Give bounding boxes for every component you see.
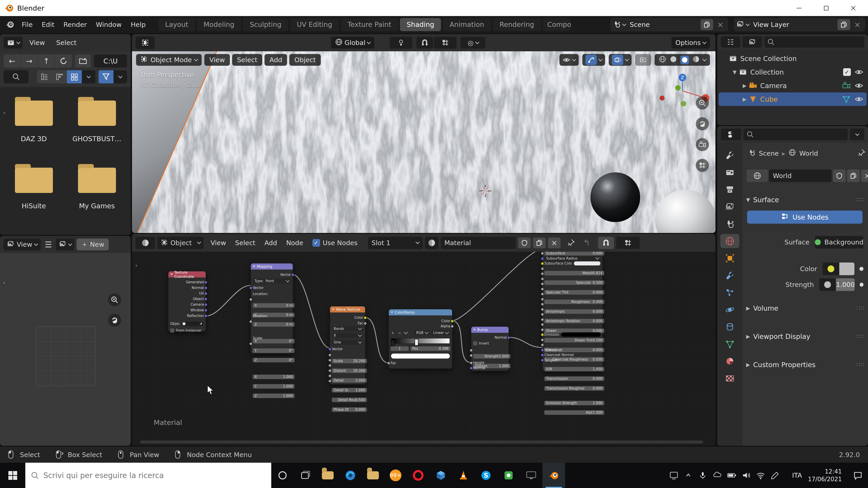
output-normal[interactable]: Normal: [473, 335, 507, 340]
ramp-active-color-swatch[interactable]: [391, 354, 450, 359]
color-swatch-field[interactable]: [839, 263, 855, 275]
tab-layout[interactable]: Layout: [158, 18, 195, 31]
principled-subsurface-colo[interactable]: Subsurface Colo: [544, 261, 600, 266]
output-color[interactable]: Color: [391, 319, 450, 323]
use-nodes-checkbox[interactable]: ✓ Use Nodes: [312, 239, 358, 247]
world-unlink-button[interactable]: ×: [861, 169, 868, 182]
pan-gizmo[interactable]: [696, 117, 709, 130]
taskbar-app-badge[interactable]: 99+: [384, 463, 407, 488]
tab-rendering[interactable]: Rendering: [493, 18, 541, 31]
taskbar-search-input[interactable]: [43, 471, 266, 480]
file-list-item[interactable]: DAZ 3D: [2, 96, 65, 143]
start-button[interactable]: [0, 463, 25, 488]
breadcrumb-scene[interactable]: Scene: [759, 150, 779, 157]
properties-search-field[interactable]: [743, 129, 848, 140]
collection-checkbox[interactable]: ✓: [843, 68, 851, 76]
viewport-menu-add[interactable]: Add: [265, 54, 287, 66]
node-snap-toggle[interactable]: [598, 237, 614, 249]
socket-in-vector[interactable]: [328, 348, 332, 351]
properties-tab-output[interactable]: [720, 183, 739, 197]
socket-l[interactable]: [541, 353, 544, 357]
socket-out-reflection[interactable]: [204, 314, 208, 318]
tab-uv-editing[interactable]: UV Editing: [290, 18, 339, 31]
properties-filter-dropdown[interactable]: [850, 129, 864, 140]
zoom-gizmo[interactable]: [696, 96, 709, 109]
view-layer-selector[interactable]: View Layer ×: [734, 18, 865, 31]
socket-l[interactable]: [541, 323, 544, 326]
color-keyframe-dot[interactable]: [860, 267, 864, 271]
node-snap-dropdown[interactable]: [616, 237, 640, 249]
principled-anisotropic[interactable]: Anisotropic0.000: [544, 309, 604, 314]
panel-custom-properties[interactable]: ▶Custom Properties∷∷: [746, 359, 864, 370]
param-detail-sc[interactable]: Detail Sc1.000: [332, 388, 367, 392]
horizontal-scrollbar[interactable]: [140, 441, 703, 444]
socket-l[interactable]: [328, 364, 332, 367]
socket-out-fac[interactable]: [364, 322, 367, 325]
nav-forward-button[interactable]: →: [21, 55, 37, 68]
add-stop-button[interactable]: ＋: [391, 330, 395, 335]
tab-animation[interactable]: Animation: [443, 18, 491, 31]
properties-tab-texture[interactable]: [720, 371, 739, 385]
panel-viewport-display[interactable]: ▶Viewport Display∷∷: [746, 330, 864, 342]
node-principled-bsdf[interactable]: Subsurface0.000Subsurface RadiusSubsurfa…: [542, 252, 602, 371]
viewport-canvas[interactable]: Object Mode ViewSelectAddObject User Per…: [132, 51, 715, 233]
output-normal[interactable]: Normal: [170, 286, 204, 290]
node-header[interactable]: ColorRamp: [389, 309, 452, 315]
socket-in-location[interactable]: [249, 298, 252, 301]
file-browser-expand-arrow[interactable]: ›: [0, 110, 8, 116]
cortana-button[interactable]: [271, 463, 294, 488]
param-phase-of[interactable]: Phase Of0.000: [332, 408, 367, 412]
principled-anisotropic-rotation[interactable]: Anisotropic Rotation0.000: [544, 319, 604, 323]
node-colorramp[interactable]: ColorRampColorAlpha＋ − RGB Linear1 Pos0.…: [389, 309, 452, 369]
socket-l[interactable]: [541, 287, 544, 291]
pin-icon[interactable]: [858, 149, 866, 158]
world-fake-user-button[interactable]: [833, 169, 846, 182]
snap-toggle[interactable]: [416, 37, 433, 48]
expander-icon[interactable]: ▶: [741, 83, 748, 89]
path-field[interactable]: C:\U: [94, 55, 127, 68]
material-name-field[interactable]: Material: [441, 237, 516, 249]
param-distorti[interactable]: Distorti20.300: [332, 368, 367, 373]
strength-value-field[interactable]: 1.000: [836, 278, 855, 291]
socket-l[interactable]: [328, 359, 332, 362]
ramp-interpolation-dropdown[interactable]: Linear: [431, 330, 450, 335]
taskbar-app-display[interactable]: [520, 463, 542, 488]
file-list-item[interactable]: HiSuite: [2, 163, 65, 210]
socket-l[interactable]: [541, 292, 544, 296]
strength-keyframe-dot[interactable]: [860, 283, 864, 287]
socket-out-vector[interactable]: [291, 273, 294, 276]
ramp-pos-field[interactable]: Pos0.398: [410, 346, 450, 351]
principled-transmission[interactable]: Transmission0.000: [544, 377, 604, 381]
field-rotation-y[interactable]: Y0°: [253, 348, 294, 353]
object-field[interactable]: Objec: [170, 322, 204, 326]
viewport-menu-select[interactable]: Select: [232, 54, 262, 66]
ramp-color-mode-dropdown[interactable]: RGB: [414, 330, 430, 335]
tray-pen[interactable]: [769, 463, 782, 488]
task-view-button[interactable]: [294, 463, 316, 488]
go-parent-tree-icon[interactable]: ↰: [583, 238, 590, 248]
surface-panel-header[interactable]: ▼Surface∷∷: [746, 194, 864, 205]
language-indicator[interactable]: ITA: [786, 463, 808, 488]
socket-l[interactable]: [469, 349, 473, 352]
tab-sculpting[interactable]: Sculpting: [243, 18, 288, 31]
socket-l[interactable]: [541, 277, 544, 281]
ramp-stop-1[interactable]: [414, 339, 418, 346]
surface-shader-dropdown[interactable]: Background: [815, 236, 864, 249]
close-button[interactable]: [841, 0, 866, 16]
slot-dropdown[interactable]: Slot 1: [368, 237, 423, 249]
taskbar-app-green-app[interactable]: [497, 463, 520, 488]
outliner-display-dropdown[interactable]: [743, 36, 762, 48]
socket-l[interactable]: [469, 354, 473, 357]
menu-edit[interactable]: Edit: [37, 21, 59, 29]
mode-dropdown[interactable]: Object Mode: [136, 54, 202, 66]
menu-help[interactable]: Help: [126, 21, 150, 29]
socket-l[interactable]: [469, 361, 473, 365]
param-strength[interactable]: Strength1.000: [473, 354, 510, 359]
visibility-dropdown[interactable]: [559, 54, 579, 66]
socket-l[interactable]: [541, 348, 544, 352]
principled-subsurface[interactable]: Subsurface0.000: [544, 252, 604, 256]
scene-unlink-button[interactable]: ×: [715, 20, 726, 29]
xray-toggle[interactable]: [635, 54, 651, 66]
proportional-editing-toggle[interactable]: ◎: [461, 37, 486, 48]
output-color[interactable]: Color: [332, 315, 363, 320]
